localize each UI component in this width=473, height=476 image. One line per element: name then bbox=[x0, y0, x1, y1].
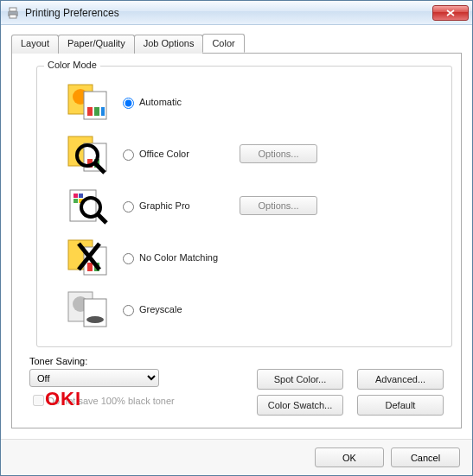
window-title: Printing Preferences bbox=[25, 7, 432, 19]
label-greyscale: Greyscale bbox=[139, 304, 182, 314]
close-button[interactable] bbox=[432, 5, 469, 21]
radio-no-color-matching[interactable] bbox=[123, 253, 134, 264]
mode-row-automatic: Automatic bbox=[44, 77, 444, 127]
svg-rect-8 bbox=[101, 107, 105, 116]
radio-office-color[interactable] bbox=[123, 149, 134, 161]
radio-greyscale[interactable] bbox=[123, 305, 134, 316]
spot-color-button[interactable]: Spot Color... bbox=[257, 369, 343, 390]
printer-icon bbox=[6, 6, 20, 20]
svg-rect-1 bbox=[10, 8, 16, 11]
tab-job-options[interactable]: Job Options bbox=[134, 35, 204, 54]
toner-saving-select[interactable]: Off bbox=[29, 369, 159, 387]
tab-layout[interactable]: Layout bbox=[11, 35, 59, 54]
radio-automatic[interactable] bbox=[123, 98, 134, 109]
svg-rect-18 bbox=[74, 199, 78, 203]
tab-color[interactable]: Color bbox=[202, 34, 244, 53]
office-color-icon bbox=[67, 133, 110, 175]
tab-paper-quality[interactable]: Paper/Quality bbox=[58, 35, 135, 54]
oki-logo: OKI bbox=[45, 388, 81, 410]
color-mode-legend: Color Mode bbox=[44, 60, 100, 70]
no-color-matching-icon bbox=[67, 237, 110, 278]
color-swatch-button[interactable]: Color Swatch... bbox=[257, 395, 343, 416]
tab-panel-color: Color Mode Automatic bbox=[11, 53, 462, 428]
label-no-color-matching: No Color Matching bbox=[139, 252, 218, 263]
mode-row-nomatch: No Color Matching bbox=[44, 232, 444, 282]
radio-graphic-pro[interactable] bbox=[123, 201, 134, 213]
svg-rect-2 bbox=[10, 15, 16, 18]
svg-rect-6 bbox=[87, 107, 93, 116]
content-area: Layout Paper/Quality Job Options Color C… bbox=[1, 25, 472, 439]
automatic-icon bbox=[67, 81, 110, 123]
svg-rect-24 bbox=[87, 263, 93, 271]
label-graphic-pro: Graphic Pro bbox=[139, 200, 190, 211]
svg-line-21 bbox=[98, 214, 106, 223]
button-grid: Spot Color... Advanced... Color Swatch..… bbox=[257, 369, 444, 416]
tab-strip: Layout Paper/Quality Job Options Color bbox=[11, 34, 462, 53]
default-button[interactable]: Default bbox=[357, 395, 444, 416]
label-automatic: Automatic bbox=[139, 97, 182, 107]
mode-row-graphic: Graphic Pro Options... bbox=[44, 181, 444, 231]
checkbox-no-save-black[interactable] bbox=[33, 395, 44, 406]
mode-row-office: Office Color Options... bbox=[44, 129, 444, 179]
options-button-graphic[interactable]: Options... bbox=[240, 196, 317, 215]
cancel-button[interactable]: Cancel bbox=[391, 447, 460, 467]
mode-row-greyscale: Greyscale bbox=[44, 284, 444, 334]
options-button-office[interactable]: Options... bbox=[240, 144, 317, 163]
printing-preferences-window: Printing Preferences Layout Paper/Qualit… bbox=[0, 0, 473, 476]
toner-saving-label: Toner Saving: bbox=[29, 356, 452, 366]
color-mode-group: Color Mode Automatic bbox=[36, 66, 452, 347]
advanced-button[interactable]: Advanced... bbox=[357, 369, 444, 390]
label-office-color: Office Color bbox=[139, 149, 189, 159]
graphic-pro-icon bbox=[67, 185, 110, 226]
svg-rect-17 bbox=[79, 194, 83, 198]
svg-rect-7 bbox=[94, 107, 99, 116]
svg-point-29 bbox=[86, 316, 104, 323]
svg-rect-16 bbox=[74, 194, 78, 198]
ok-button[interactable]: OK bbox=[315, 447, 384, 467]
dialog-button-bar: OK Cancel bbox=[1, 439, 472, 475]
titlebar: Printing Preferences bbox=[1, 1, 472, 25]
greyscale-icon bbox=[67, 289, 110, 330]
